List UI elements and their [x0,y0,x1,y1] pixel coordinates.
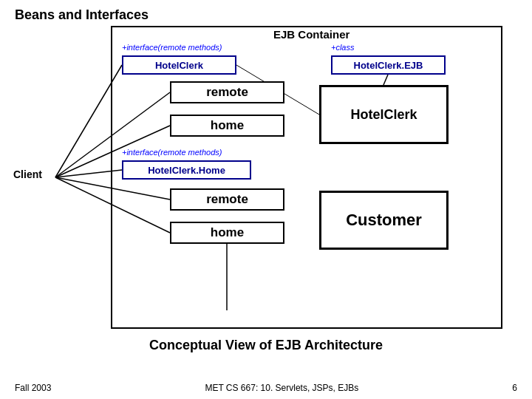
remote-box-2: remote [170,188,284,211]
home-box-2: home [170,222,284,244]
hotelclerk-label: HotelClerk [155,60,203,71]
hotelclerk-box: HotelClerk [122,55,236,75]
customer-big-box: Customer [319,191,449,250]
hotelclerk-big-box: HotelClerk [319,85,449,144]
interface-label-1: +interface(remote methods) [122,43,222,52]
footer: Fall 2003 MET CS 667: 10. Servlets, JSPs… [0,383,532,393]
hotelclerkhome-label: HotelClerk.Home [148,165,225,176]
footer-left: Fall 2003 [15,383,51,393]
ejb-container-label: EJB Container [273,28,349,41]
remote-box-1: remote [170,81,284,103]
home-box-1: home [170,115,284,137]
hotelclerkejb-label: HotelClerk.EJB [354,60,423,71]
hotelclerk-big-label: HotelClerk [350,107,417,123]
conceptual-view-label: Conceptual View of EJB Architecture [0,338,532,353]
client-label: Client [13,168,42,180]
hotelclerkhome-box: HotelClerk.Home [122,160,251,180]
page-title: Beans and Interfaces [15,7,149,23]
interface-label-2: +interface(remote methods) [122,148,222,157]
customer-label: Customer [346,211,422,230]
class-label-1: +class [331,43,355,52]
hotelclerkejb-box: HotelClerk.EJB [331,55,446,75]
footer-center: MET CS 667: 10. Servlets, JSPs, EJBs [205,383,358,393]
footer-right: 6 [512,383,517,393]
